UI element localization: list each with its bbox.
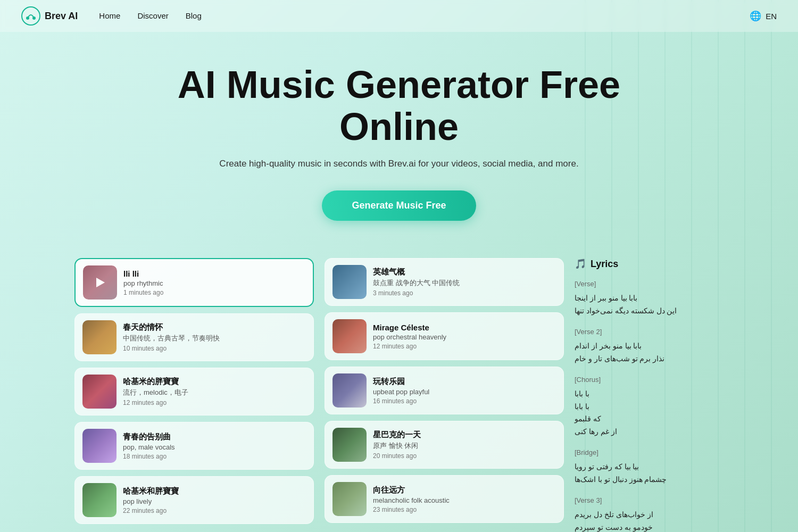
music-tags: melancholic folk acoustic	[373, 496, 556, 504]
lyrics-header: 🎵 Lyrics	[575, 258, 724, 270]
generate-music-button[interactable]: Generate Music Free	[322, 190, 476, 221]
music-tags: 流行，melodic，电子	[123, 388, 306, 397]
music-title: 春天的情怀	[123, 322, 306, 332]
music-tags: pop, male vocals	[123, 443, 306, 451]
hero-title: AI Music Generator Free Online	[11, 64, 787, 148]
lyrics-panel: 🎵 Lyrics [Verse]بابا بیا منو ببر از اینج…	[575, 258, 724, 532]
nav-blog[interactable]: Blog	[186, 11, 202, 20]
music-title: 青春的告别曲	[123, 432, 306, 442]
hero-section: AI Music Generator Free Online Create hi…	[0, 32, 798, 242]
music-title: 向往远方	[373, 485, 556, 495]
music-card[interactable]: 玩转乐园upbeat pop playful16 minutes ago	[325, 367, 564, 414]
music-title: lli lli	[123, 269, 305, 278]
language-icon: 🌐	[750, 10, 761, 22]
music-time: 16 minutes ago	[373, 397, 556, 405]
music-time: 1 minutes ago	[123, 289, 305, 296]
lyrics-line: بیا بیا که رفتی تو رویا	[575, 461, 724, 473]
music-time: 23 minutes ago	[373, 506, 556, 513]
music-note-icon: 🎵	[575, 258, 586, 270]
music-card[interactable]: Mirage Célestepop orchestral heavenly12 …	[325, 312, 564, 360]
nav-right: 🌐 EN	[750, 10, 777, 22]
navbar: Brev AI Home Discover Blog 🌐 EN	[0, 0, 798, 32]
music-card[interactable]: 英雄气概鼓点重 战争的大气 中国传统3 minutes ago	[325, 258, 564, 306]
hero-subtitle: Create high-quality music in seconds wit…	[11, 159, 787, 169]
lyrics-line: با بابا	[575, 401, 724, 413]
music-card[interactable]: lli llipop rhythmic1 minutes ago	[74, 258, 314, 307]
nav-discover[interactable]: Discover	[137, 11, 168, 20]
svg-point-10	[32, 16, 36, 20]
music-title: 星巴克的一天	[373, 430, 556, 440]
lyrics-section-label: [Verse 3]	[575, 495, 724, 506]
music-title: 玩转乐园	[373, 377, 556, 387]
main-content: lli llipop rhythmic1 minutes ago春天的情怀中国传…	[0, 242, 798, 532]
lyrics-line: نذار برم تو شب‌های تار و خام	[575, 353, 724, 365]
svg-point-8	[22, 7, 40, 25]
music-time: 20 minutes ago	[373, 452, 556, 460]
music-tags: 鼓点重 战争的大气 中国传统	[373, 278, 556, 288]
music-title: 英雄气概	[373, 267, 556, 277]
music-tags: upbeat pop playful	[373, 388, 556, 396]
lyrics-section: [Bridge]بیا بیا که رفتی تو رویاچشمام هنو…	[575, 447, 724, 486]
music-time: 22 minutes ago	[123, 507, 306, 514]
logo[interactable]: Brev AI	[21, 6, 78, 26]
lyrics-line: که قلبمو	[575, 413, 724, 426]
language-label[interactable]: EN	[766, 12, 777, 21]
music-lists: lli llipop rhythmic1 minutes ago春天的情怀中国传…	[74, 258, 564, 524]
lyrics-line: با بابا	[575, 388, 724, 401]
lyrics-section: [Verse 3]از خواب‌های تلخ دل بریدمخودمو ب…	[575, 495, 724, 532]
music-time: 3 minutes ago	[373, 289, 556, 297]
music-card[interactable]: 星巴克的一天原声 愉快 休闲20 minutes ago	[325, 421, 564, 469]
svg-point-9	[26, 16, 29, 20]
nav-home[interactable]: Home	[99, 11, 120, 20]
logo-icon	[21, 6, 40, 26]
nav-links: Home Discover Blog	[99, 11, 750, 21]
music-tags: pop orchestral heavenly	[373, 333, 556, 341]
play-icon	[96, 278, 105, 287]
lyrics-line: چشمام هنوز دنبال تو با اشک‌ها	[575, 473, 724, 486]
lyrics-content: [Verse]بابا بیا منو ببر از اینجااین دل ش…	[575, 278, 724, 532]
lyrics-line: بابا بیا منو ببر از اینجا	[575, 292, 724, 305]
music-column-right: 英雄气概鼓点重 战争的大气 中国传统3 minutes agoMirage Cé…	[325, 258, 564, 524]
lyrics-section-label: [Bridge]	[575, 447, 724, 459]
music-tags: 中国传统，古典古琴，节奏明快	[123, 334, 306, 343]
music-time: 18 minutes ago	[123, 453, 306, 460]
music-tags: pop rhythmic	[123, 279, 305, 287]
music-title: Mirage Céleste	[373, 323, 556, 332]
music-card[interactable]: 哈基米的胖寶寶流行，melodic，电子12 minutes ago	[74, 368, 314, 415]
play-button[interactable]	[83, 265, 117, 300]
music-card[interactable]: 春天的情怀中国传统，古典古琴，节奏明快10 minutes ago	[74, 313, 314, 361]
lyrics-line: از خواب‌های تلخ دل بریدم	[575, 509, 724, 521]
music-tags: pop lively	[123, 497, 306, 505]
lyrics-section-label: [Verse 2]	[575, 326, 724, 338]
music-time: 12 minutes ago	[123, 399, 306, 406]
lyrics-section: [Chorus]با بابابا باباکه قلبمواز غم رها …	[575, 374, 724, 438]
lyrics-section: [Verse]بابا بیا منو ببر از اینجااین دل ش…	[575, 278, 724, 318]
lyrics-section: [Verse 2]بابا بیا منو بخر از اندامنذار ب…	[575, 326, 724, 365]
lyrics-line: این دل شکسته دیگه نمی‌خواد تنها	[575, 305, 724, 318]
music-card[interactable]: 向往远方melancholic folk acoustic23 minutes …	[325, 475, 564, 523]
music-tags: 原声 愉快 休闲	[373, 441, 556, 451]
music-card[interactable]: 青春的告别曲pop, male vocals18 minutes ago	[74, 422, 314, 470]
music-title: 哈基米和胖寶寶	[123, 486, 306, 496]
music-time: 10 minutes ago	[123, 345, 306, 352]
lyrics-line: خودمو به دست تو سپردم	[575, 521, 724, 532]
lyrics-line: از غم رها کنی	[575, 426, 724, 438]
music-title: 哈基米的胖寶寶	[123, 377, 306, 387]
lyrics-section-label: [Verse]	[575, 278, 724, 290]
music-column-left: lli llipop rhythmic1 minutes ago春天的情怀中国传…	[74, 258, 314, 524]
lyrics-section-label: [Chorus]	[575, 374, 724, 386]
lyrics-line: بابا بیا منو بخر از اندام	[575, 340, 724, 353]
lyrics-title: Lyrics	[591, 259, 618, 270]
music-time: 12 minutes ago	[373, 343, 556, 350]
music-card[interactable]: 哈基米和胖寶寶pop lively22 minutes ago	[74, 476, 314, 524]
